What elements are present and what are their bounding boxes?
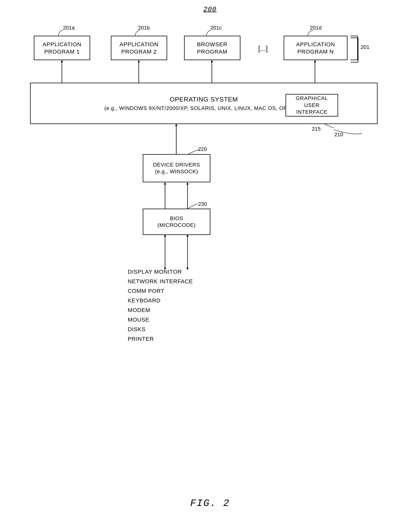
gui-label: GRAPHICAL USER INTERFACE — [288, 95, 336, 115]
peripheral-item-5: MOUSE — [128, 315, 193, 324]
fig-caption: FIG. 2 — [190, 498, 230, 509]
app2-box: APPLICATION PROGRAM 2 — [111, 36, 167, 60]
drivers-label: DEVICE DRIVERS (e.g., WINSOCK) — [153, 161, 200, 175]
svg-marker-20 — [164, 182, 166, 184]
app1-label: APPLICATION PROGRAM 1 — [43, 41, 81, 55]
peripheral-list: DISPLAY MONITOR NETWORK INTERFACE COMM P… — [128, 267, 193, 344]
app1-box: APPLICATION PROGRAM 1 — [34, 36, 90, 60]
ref-201a: 201a — [63, 25, 75, 31]
svg-marker-23 — [186, 182, 189, 184]
ref-201b: 201b — [138, 25, 150, 31]
group-201-bracket — [350, 36, 358, 60]
ref-201-group: 201 — [361, 44, 369, 50]
bios-label: BIOS (MICROCODE) — [157, 215, 196, 229]
ref-201c: 201c — [210, 25, 222, 31]
peripheral-item-2: COMM PORT — [128, 286, 193, 296]
peripheral-item-0: DISPLAY MONITOR — [128, 267, 193, 277]
ref-215: 215 — [312, 126, 321, 132]
browser-label: BROWSER PROGRAM — [197, 41, 227, 55]
peripheral-item-3: KEYBOARD — [128, 296, 193, 305]
svg-marker-8 — [138, 60, 140, 62]
svg-marker-5 — [61, 60, 63, 62]
svg-marker-14 — [314, 60, 316, 62]
ref-201d: 201d — [310, 25, 322, 31]
drivers-box: DEVICE DRIVERS (e.g., WINSOCK) — [143, 154, 210, 182]
svg-marker-17 — [175, 124, 177, 126]
ref-210: 210 — [334, 131, 343, 138]
ref-220: 220 — [198, 146, 207, 152]
svg-marker-11 — [211, 60, 213, 62]
peripheral-item-4: MODEM — [128, 305, 193, 315]
browser-box: BROWSER PROGRAM — [184, 36, 240, 60]
ellipsis-label: [...] — [258, 45, 268, 53]
gui-box: GRAPHICAL USER INTERFACE — [285, 94, 338, 116]
peripheral-item-1: NETWORK INTERFACE — [128, 277, 193, 286]
os-line2: (e.g., WINDOWS 9X/NT/2000/XP, SOLARIS, U… — [104, 105, 303, 112]
app2-label: APPLICATION PROGRAM 2 — [120, 41, 158, 55]
os-line1: OPERATING SYSTEM — [170, 95, 238, 103]
ref-230: 230 — [198, 201, 207, 207]
appN-label: APPLICATION PROGRAM N — [296, 41, 335, 55]
appN-box: APPLICATION PROGRAM N — [284, 36, 348, 60]
bios-box: BIOS (MICROCODE) — [143, 209, 210, 235]
peripheral-item-6: DISKS — [128, 324, 193, 334]
peripheral-item-7: PRINTER — [128, 334, 193, 344]
